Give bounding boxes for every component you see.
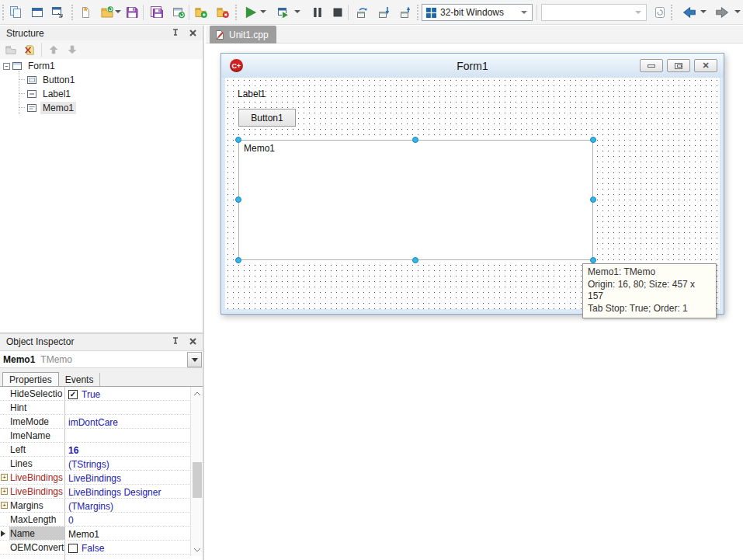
back-dropdown-chevron[interactable] xyxy=(700,10,707,13)
save-all-button[interactable] xyxy=(148,3,166,22)
property-row-livebindings[interactable]: + LiveBindings LiveBindings xyxy=(0,471,203,485)
memo1-handle-nw[interactable] xyxy=(235,137,241,143)
property-row-lines[interactable]: Lines (TStrings) xyxy=(0,457,203,471)
property-name[interactable]: MaxLength xyxy=(9,513,65,526)
maximize-button[interactable] xyxy=(667,59,690,72)
toolbar-grip[interactable] xyxy=(71,5,73,20)
trace-into-button[interactable] xyxy=(375,3,394,22)
property-value[interactable]: 0 xyxy=(65,513,203,526)
toolbar-grip[interactable] xyxy=(2,5,4,20)
instance-dropdown-button[interactable] xyxy=(187,352,202,367)
property-value[interactable]: 16 xyxy=(65,443,203,456)
property-name[interactable]: Margins xyxy=(9,499,65,512)
toolbar-grip[interactable] xyxy=(235,5,237,20)
property-value[interactable] xyxy=(65,429,203,442)
expand-icon[interactable]: + xyxy=(1,474,8,481)
button1-control[interactable]: Button1 xyxy=(238,109,296,127)
property-name[interactable]: LiveBindings xyxy=(9,485,65,498)
pin-icon[interactable] xyxy=(170,336,181,346)
add-file-button[interactable] xyxy=(192,3,210,22)
forward-dropdown-chevron[interactable] xyxy=(734,10,741,13)
stop-button[interactable] xyxy=(328,3,347,22)
label1-control[interactable]: Label1 xyxy=(238,89,266,99)
form1-window[interactable]: Form1 C+ ✕ Label1 Button1 Memo1 xyxy=(220,53,724,315)
tab-unit1-cpp[interactable]: Unit1.cpp xyxy=(210,26,276,43)
property-value[interactable]: LiveBindings Designer xyxy=(65,485,203,498)
property-row-oemconvert[interactable]: OEMConvert False xyxy=(0,541,203,555)
run-no-debug-dropdown-chevron[interactable] xyxy=(294,10,300,13)
property-grid-scrollbar[interactable] xyxy=(190,387,203,556)
property-value[interactable]: Memo1 xyxy=(65,527,203,540)
open-dropdown-chevron[interactable] xyxy=(115,10,121,13)
tree-item-button1[interactable]: Button1 xyxy=(25,73,77,87)
property-name[interactable]: LiveBindings xyxy=(9,471,65,484)
property-value[interactable]: LiveBindings xyxy=(65,471,203,484)
property-row-imemode[interactable]: ImeMode imDontCare xyxy=(0,415,203,429)
checkbox-checked-icon[interactable]: ✓ xyxy=(68,390,78,399)
search-combo[interactable] xyxy=(541,4,647,21)
remove-file-button[interactable] xyxy=(214,3,232,22)
property-row-hideselection[interactable]: HideSelectio ✓True xyxy=(0,387,203,401)
tab-events[interactable]: Events xyxy=(59,373,101,386)
run-without-debugging-button[interactable] xyxy=(274,3,293,22)
close-icon[interactable] xyxy=(187,336,198,346)
property-name[interactable]: HideSelectio xyxy=(9,387,65,400)
move-up-button[interactable] xyxy=(44,41,63,58)
property-name[interactable]: ImeName xyxy=(9,429,65,442)
pause-button[interactable] xyxy=(308,3,327,22)
memo1-handle-sw[interactable] xyxy=(235,257,241,263)
property-name[interactable]: Lines xyxy=(9,457,65,470)
tab-properties[interactable]: Properties xyxy=(2,372,59,386)
memo1-handle-se[interactable] xyxy=(590,257,596,263)
new-items-button[interactable] xyxy=(6,3,25,22)
tree-item-memo1[interactable]: Memo1 xyxy=(25,101,76,115)
refresh-devices-button[interactable] xyxy=(651,3,669,22)
memo1-handle-e[interactable] xyxy=(590,197,596,203)
expand-icon[interactable]: + xyxy=(1,488,8,495)
property-value[interactable] xyxy=(65,401,203,414)
property-value[interactable]: (TStrings) xyxy=(65,457,203,470)
memo1-handle-ne[interactable] xyxy=(590,137,596,143)
property-row-livebindings-designer[interactable]: + LiveBindings LiveBindings Designer xyxy=(0,485,203,499)
step-out-button[interactable] xyxy=(397,3,415,22)
property-row-maxlength[interactable]: MaxLength 0 xyxy=(0,513,203,527)
form-designer-surface[interactable]: Form1 C+ ✕ Label1 Button1 Memo1 xyxy=(206,43,743,560)
form1-client-area[interactable]: Label1 Button1 Memo1 Memo1: TMemo Origin… xyxy=(225,78,720,309)
open-project-button[interactable] xyxy=(98,3,116,22)
delete-item-button[interactable] xyxy=(20,41,39,58)
property-name[interactable]: ImeMode xyxy=(9,415,65,428)
close-button[interactable]: ✕ xyxy=(694,59,717,72)
property-row-name[interactable]: Name Memo1 xyxy=(0,527,203,541)
property-row-margins[interactable]: + Margins (TMargins) xyxy=(0,499,203,513)
tree-item-form1[interactable]: − Form1 xyxy=(3,59,57,73)
property-row-hint[interactable]: Hint xyxy=(0,401,203,415)
memo1-control[interactable]: Memo1 xyxy=(238,140,593,260)
property-name[interactable]: Left xyxy=(9,443,65,456)
target-platform-combo[interactable]: 32-bit Windows xyxy=(422,4,533,21)
property-row-imename[interactable]: ImeName xyxy=(0,429,203,443)
scroll-down-button[interactable] xyxy=(191,544,203,556)
property-value[interactable]: imDontCare xyxy=(65,415,203,428)
property-name[interactable]: OEMConvert xyxy=(9,541,65,554)
scrollbar-thumb[interactable] xyxy=(193,462,202,498)
toolbar-grip[interactable] xyxy=(417,5,418,20)
collapse-icon[interactable]: − xyxy=(3,63,10,70)
memo1-handle-w[interactable] xyxy=(235,197,241,203)
pin-icon[interactable] xyxy=(170,27,181,38)
memo1-handle-n[interactable] xyxy=(412,137,418,143)
scroll-up-button[interactable] xyxy=(191,387,203,399)
expand-icon[interactable]: + xyxy=(1,502,8,509)
toolbar-grip[interactable] xyxy=(671,5,672,20)
navigate-back-button[interactable] xyxy=(680,3,699,22)
checkbox-unchecked-icon[interactable] xyxy=(68,544,78,553)
new-form-button[interactable] xyxy=(48,3,67,22)
tree-item-label1[interactable]: Label1 xyxy=(25,87,73,101)
new-folder-button[interactable] xyxy=(2,41,20,58)
new-window-button[interactable] xyxy=(28,3,47,22)
close-icon[interactable] xyxy=(187,27,198,38)
property-name[interactable]: Hint xyxy=(9,401,65,414)
instance-selector-combo[interactable]: Memo1 TMemo xyxy=(0,350,203,368)
property-row-left[interactable]: Left 16 xyxy=(0,443,203,457)
property-name[interactable]: Name xyxy=(9,527,65,540)
save-project-button[interactable] xyxy=(169,3,188,22)
